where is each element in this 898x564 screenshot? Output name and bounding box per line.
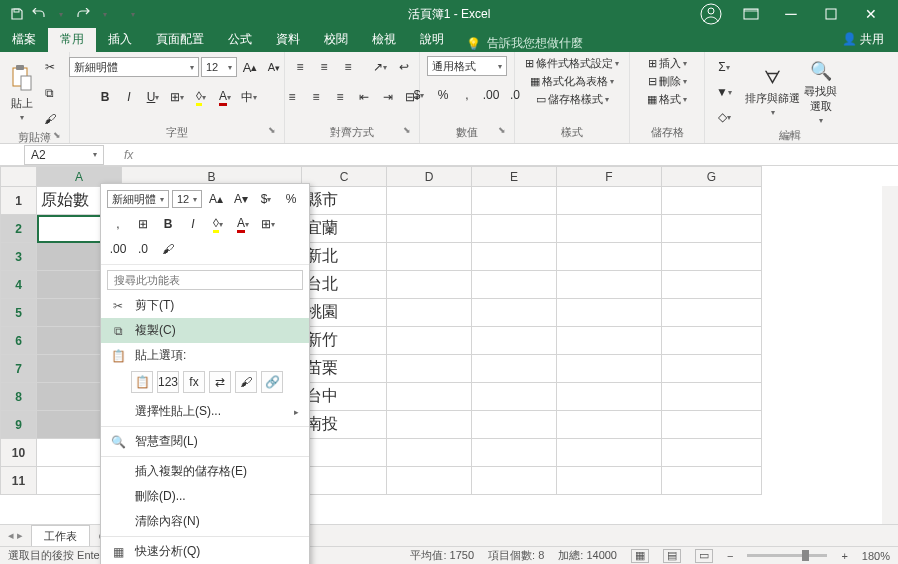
save-icon[interactable]	[8, 5, 26, 23]
font-name-combo[interactable]: 新細明體▾	[69, 57, 199, 77]
redo-dropdown-icon[interactable]: ▾	[96, 5, 114, 23]
cell-C5[interactable]: 桃園	[302, 299, 387, 327]
page-break-view-icon[interactable]: ▭	[695, 549, 713, 563]
col-header-E[interactable]: E	[472, 167, 557, 187]
mini-bold-icon[interactable]: B	[157, 213, 179, 235]
align-bottom-icon[interactable]: ≡	[337, 56, 359, 78]
mini-font-combo[interactable]: 新細明體▾	[107, 190, 169, 208]
increase-font-icon[interactable]: A▴	[239, 56, 261, 78]
sheet-nav[interactable]: ◂ ▸	[0, 529, 31, 542]
format-as-table-button[interactable]: ▦ 格式化為表格 ▾	[530, 74, 614, 89]
mini-font-color-icon[interactable]: A▾	[232, 213, 254, 235]
row-header-6[interactable]: 6	[1, 327, 37, 355]
row-header-5[interactable]: 5	[1, 299, 37, 327]
row-header-9[interactable]: 9	[1, 411, 37, 439]
tab-data[interactable]: 資料	[264, 27, 312, 52]
increase-indent-icon[interactable]: ⇥	[377, 86, 399, 108]
mini-grow-font-icon[interactable]: A▴	[205, 188, 227, 210]
select-all-corner[interactable]	[1, 167, 37, 187]
align-right-icon[interactable]: ≡	[329, 86, 351, 108]
align-left-icon[interactable]: ≡	[281, 86, 303, 108]
share-button[interactable]: 👤 共用	[828, 27, 898, 52]
ctx-delete[interactable]: 刪除(D)...	[101, 484, 309, 509]
tab-layout[interactable]: 頁面配置	[144, 27, 216, 52]
row-header-7[interactable]: 7	[1, 355, 37, 383]
vertical-scrollbar[interactable]	[882, 186, 898, 536]
find-icon[interactable]: 🔍	[810, 60, 832, 82]
mini-border-icon[interactable]: ⊞▾	[257, 213, 279, 235]
sheet-tab-1[interactable]: 工作表	[31, 525, 90, 547]
fx-icon[interactable]: fx	[124, 148, 133, 162]
align-middle-icon[interactable]: ≡	[313, 56, 335, 78]
ctx-copy[interactable]: ⧉複製(C)	[101, 318, 309, 343]
orientation-icon[interactable]: ↗▾	[369, 56, 391, 78]
align-center-icon[interactable]: ≡	[305, 86, 327, 108]
font-size-combo[interactable]: 12▾	[201, 57, 237, 77]
minimize-icon[interactable]: ─	[776, 4, 806, 24]
cut-icon[interactable]: ✂	[39, 56, 61, 78]
paste-link-icon[interactable]: 🔗	[261, 371, 283, 393]
row-header-4[interactable]: 4	[1, 271, 37, 299]
row-header-11[interactable]: 11	[1, 467, 37, 495]
mini-italic-icon[interactable]: I	[182, 213, 204, 235]
cell-C7[interactable]: 苗栗	[302, 355, 387, 383]
zoom-slider[interactable]	[747, 554, 827, 557]
ctx-clear[interactable]: 清除內容(N)	[101, 509, 309, 534]
tell-me[interactable]: 💡告訴我您想做什麼	[456, 35, 593, 52]
wrap-text-icon[interactable]: ↩	[393, 56, 415, 78]
ctx-smart-lookup[interactable]: 🔍智慧查閱(L)	[101, 429, 309, 454]
mini-comma-icon[interactable]: ,	[107, 213, 129, 235]
context-search-input[interactable]	[107, 270, 303, 290]
row-header-10[interactable]: 10	[1, 439, 37, 467]
clipboard-dialog-icon[interactable]: ⬊	[53, 130, 61, 140]
col-header-D[interactable]: D	[387, 167, 472, 187]
decrease-indent-icon[interactable]: ⇤	[353, 86, 375, 108]
ctx-cut[interactable]: ✂剪下(T)	[101, 293, 309, 318]
row-header-1[interactable]: 1	[1, 187, 37, 215]
align-dialog-icon[interactable]: ⬊	[403, 125, 411, 135]
cell-C1[interactable]: 縣市	[302, 187, 387, 215]
percent-icon[interactable]: %	[432, 84, 454, 106]
mini-decrease-decimal-icon[interactable]: .0	[132, 238, 154, 260]
redo-icon[interactable]	[74, 5, 92, 23]
paste-icon[interactable]	[9, 64, 35, 94]
ctx-paste-special[interactable]: 選擇性貼上(S)...▸	[101, 399, 309, 424]
autosum-icon[interactable]: Σ▾	[713, 56, 735, 78]
ribbon-display-icon[interactable]	[736, 4, 766, 24]
paste-formatting-icon[interactable]: 🖌	[235, 371, 257, 393]
comma-icon[interactable]: ,	[456, 84, 478, 106]
row-header-8[interactable]: 8	[1, 383, 37, 411]
format-cells-button[interactable]: ▦ 格式 ▾	[647, 92, 687, 107]
font-color-icon[interactable]: A▾	[214, 86, 236, 108]
number-dialog-icon[interactable]: ⬊	[498, 125, 506, 135]
name-box[interactable]: A2▾	[24, 145, 104, 165]
col-header-F[interactable]: F	[557, 167, 662, 187]
page-layout-view-icon[interactable]: ▤	[663, 549, 681, 563]
col-header-G[interactable]: G	[662, 167, 762, 187]
tab-formulas[interactable]: 公式	[216, 27, 264, 52]
cell-C6[interactable]: 新竹	[302, 327, 387, 355]
cell-C8[interactable]: 台中	[302, 383, 387, 411]
paste-values-icon[interactable]: 123	[157, 371, 179, 393]
delete-cells-button[interactable]: ⊟ 刪除 ▾	[648, 74, 687, 89]
bold-icon[interactable]: B	[94, 86, 116, 108]
decrease-font-icon[interactable]: A▾	[263, 56, 285, 78]
maximize-icon[interactable]	[816, 4, 846, 24]
cell-styles-button[interactable]: ▭ 儲存格樣式 ▾	[536, 92, 609, 107]
insert-cells-button[interactable]: ⊞ 插入 ▾	[648, 56, 687, 71]
cell-C3[interactable]: 新北	[302, 243, 387, 271]
mini-shrink-font-icon[interactable]: A▾	[230, 188, 252, 210]
paste-formulas-icon[interactable]: fx	[183, 371, 205, 393]
format-painter-icon[interactable]: 🖌	[39, 108, 61, 130]
tab-insert[interactable]: 插入	[96, 27, 144, 52]
mini-size-combo[interactable]: 12▾	[172, 190, 202, 208]
cell-C2[interactable]: 宜蘭	[302, 215, 387, 243]
row-header-3[interactable]: 3	[1, 243, 37, 271]
qat-customize-icon[interactable]: ▾	[124, 5, 142, 23]
clear-icon[interactable]: ◇▾	[713, 106, 735, 128]
currency-icon[interactable]: $▾	[408, 84, 430, 106]
zoom-in-icon[interactable]: +	[841, 550, 847, 562]
close-icon[interactable]: ✕	[856, 4, 886, 24]
sort-filter-icon[interactable]: ᗊ	[764, 68, 781, 89]
paste-dropdown-icon[interactable]: ▾	[20, 113, 24, 122]
